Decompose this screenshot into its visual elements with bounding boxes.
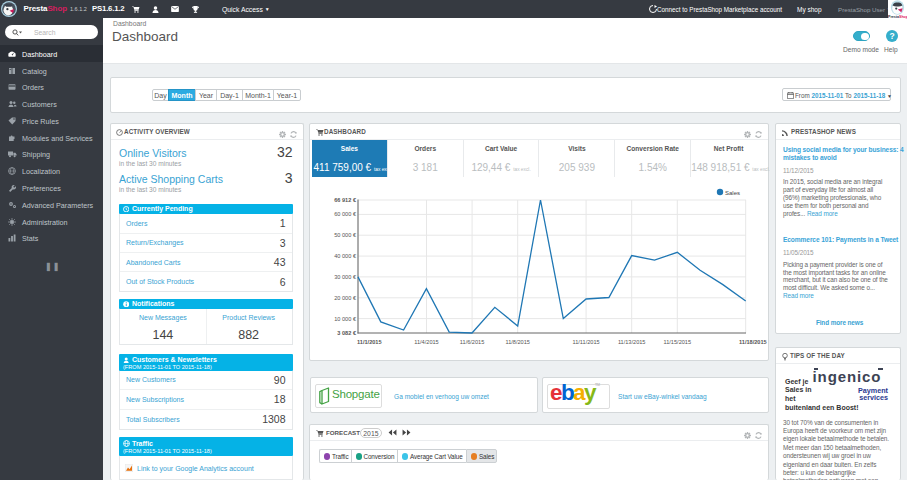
svg-text:11/4/2015: 11/4/2015 [414, 339, 438, 345]
svg-text:30 000 €: 30 000 € [334, 274, 357, 280]
svg-text:20 000 €: 20 000 € [334, 295, 357, 301]
svg-text:11/11/2015: 11/11/2015 [573, 339, 600, 345]
svg-text:3 082 €: 3 082 € [337, 330, 357, 336]
svg-text:40 000 €: 40 000 € [334, 253, 357, 259]
svg-text:11/13/2015: 11/13/2015 [618, 339, 646, 345]
svg-text:11/15/2015: 11/15/2015 [664, 339, 692, 345]
svg-text:10 000 €: 10 000 € [334, 316, 357, 322]
svg-text:11/1/2015: 11/1/2015 [357, 339, 382, 345]
svg-text:11/18/2015: 11/18/2015 [739, 339, 767, 345]
svg-text:11/8/2015: 11/8/2015 [505, 339, 529, 345]
svg-text:66 912 €: 66 912 € [334, 197, 357, 203]
svg-text:Sales: Sales [725, 190, 740, 196]
svg-text:11/6/2015: 11/6/2015 [460, 339, 484, 345]
svg-text:60 000 €: 60 000 € [334, 211, 357, 217]
svg-text:50 000 €: 50 000 € [334, 232, 357, 238]
